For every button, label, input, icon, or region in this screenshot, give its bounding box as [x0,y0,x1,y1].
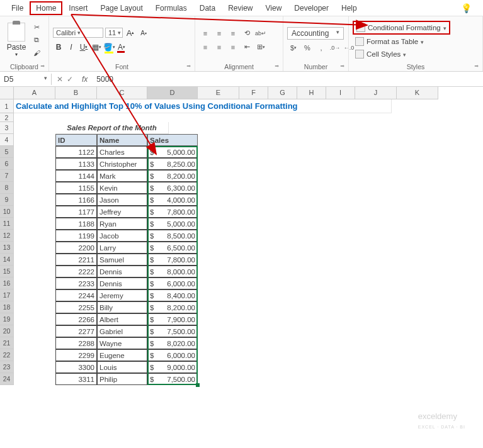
title-cell[interactable]: Calculate and Highlight Top 10% of Value… [14,99,392,113]
table-cell-name[interactable]: Eugene [97,349,147,361]
tab-data[interactable]: Data [193,1,222,15]
row-header[interactable]: 17 [0,289,14,301]
increase-decimal-icon[interactable]: .0→ [329,42,341,53]
col-header[interactable]: F [239,87,268,99]
tab-insert[interactable]: Insert [62,1,94,15]
row-header[interactable]: 15 [0,266,14,277]
fill-handle[interactable] [196,383,200,387]
table-cell-name[interactable]: Dennis [97,266,147,277]
header-name[interactable]: Name [97,134,147,146]
tab-page-layout[interactable]: Page Layout [94,1,149,15]
table-cell-sales[interactable]: $6,000.00 [147,349,198,361]
table-cell-name[interactable]: Kevin [97,182,147,194]
select-all-corner[interactable] [0,87,14,99]
row-header[interactable]: 11 [0,218,14,230]
decrease-indent-icon[interactable]: ⇤ [241,42,253,53]
table-cell-name[interactable]: Jeremy [97,289,147,301]
row-header[interactable]: 20 [0,325,14,337]
align-center-icon[interactable]: ≡ [213,42,225,53]
table-cell-name[interactable]: Jacob [97,230,147,242]
align-top-icon[interactable]: ≡ [199,28,212,39]
table-cell-sales[interactable]: $8,020.00 [147,337,198,349]
table-cell-name[interactable]: Charles [97,146,147,158]
table-cell-name[interactable]: Larry [97,242,147,254]
cut-icon[interactable]: ✂ [31,23,42,33]
row-header[interactable]: 8 [0,182,14,194]
col-header[interactable]: E [198,87,239,99]
paste-button[interactable]: Paste ▾ [4,23,29,57]
col-header[interactable]: G [268,87,297,99]
table-cell-name[interactable]: Gabriel [97,325,147,337]
wrap-text-icon[interactable]: ab↵ [254,28,267,39]
font-color-button[interactable]: A▾ [116,42,127,53]
col-header[interactable]: H [297,87,326,99]
table-cell-id[interactable]: 1122 [55,146,97,158]
table-cell-id[interactable]: 2299 [55,349,97,361]
tab-view[interactable]: View [259,1,288,15]
number-format-combo[interactable]: Accounting [287,27,344,40]
col-header[interactable]: A [14,87,55,99]
table-cell-id[interactable]: 1155 [55,182,97,194]
table-cell-sales[interactable]: $7,500.00 [147,325,198,337]
table-cell-name[interactable]: Billy [97,301,147,313]
table-cell-name[interactable]: Samuel [97,254,147,266]
currency-icon[interactable]: $▾ [287,42,300,53]
table-cell-name[interactable]: Ryan [97,218,147,230]
tab-file[interactable]: File [5,1,30,15]
table-cell-id[interactable]: 2244 [55,289,97,301]
table-cell-sales[interactable]: $7,800.00 [147,254,198,266]
table-cell-id[interactable]: 2277 [55,325,97,337]
table-cell-sales[interactable]: $6,300.00 [147,182,198,194]
table-cell-id[interactable]: 2266 [55,313,97,325]
row-header[interactable]: 23 [0,361,14,373]
cell-styles-button[interactable]: Cell Styles [353,48,450,60]
row-header[interactable]: 22 [0,349,14,361]
tab-formulas[interactable]: Formulas [149,1,193,15]
fill-color-button[interactable]: 🪣▾ [103,42,115,53]
table-cell-id[interactable]: 2200 [55,242,97,254]
row-header[interactable]: 1 [0,99,14,113]
row-header[interactable]: 7 [0,170,14,182]
col-header[interactable]: K [397,87,438,99]
row-header[interactable]: 2 [0,113,14,122]
table-cell-name[interactable]: Christopher [97,158,147,170]
font-name-combo[interactable]: Calibri [53,28,103,38]
row-header[interactable]: 24 [0,373,14,385]
italic-button[interactable]: I [65,42,77,53]
table-cell-id[interactable]: 2211 [55,254,97,266]
row-header[interactable]: 4 [0,134,14,146]
table-cell-id[interactable]: 1144 [55,170,97,182]
table-cell-sales[interactable]: $7,800.00 [147,206,198,218]
report-title-cell[interactable]: Sales Report of the Month [55,122,169,134]
col-header[interactable]: I [326,87,355,99]
increase-font-icon[interactable]: A▴ [125,27,136,38]
table-cell-id[interactable]: 3311 [55,373,97,385]
font-size-combo[interactable]: 11 [105,28,123,38]
col-header[interactable]: C [97,87,147,99]
table-cell-id[interactable]: 1133 [55,158,97,170]
table-cell-sales[interactable]: $9,000.00 [147,361,198,373]
table-cell-sales[interactable]: $8,500.00 [147,230,198,242]
format-as-table-button[interactable]: Format as Table [353,36,450,47]
row-header[interactable]: 10 [0,206,14,218]
row-header[interactable]: 16 [0,277,14,289]
table-cell-sales[interactable]: $6,000.00 [147,277,198,289]
row-header[interactable]: 9 [0,194,14,206]
tell-me-icon[interactable]: 💡 [455,1,478,16]
underline-button[interactable]: U▾ [78,42,89,53]
cancel-formula-icon[interactable]: ✕ [57,75,63,84]
header-sales[interactable]: Sales [147,134,198,146]
table-cell-name[interactable]: Philip [97,373,147,385]
cells-area[interactable]: Calculate and Highlight Top 10% of Value… [14,99,483,448]
row-header[interactable]: 18 [0,301,14,313]
table-cell-name[interactable]: Mark [97,170,147,182]
row-header[interactable]: 3 [0,122,14,134]
row-header[interactable]: 12 [0,230,14,242]
comma-icon[interactable]: , [315,42,327,53]
tab-help[interactable]: Help [335,1,363,15]
table-cell-sales[interactable]: $5,000.00 [147,218,198,230]
table-cell-sales[interactable]: $7,900.00 [147,313,198,325]
percent-icon[interactable]: % [301,42,314,53]
table-cell-sales[interactable]: $7,500.00 [147,373,198,385]
formula-bar[interactable]: 5000 [91,74,483,85]
